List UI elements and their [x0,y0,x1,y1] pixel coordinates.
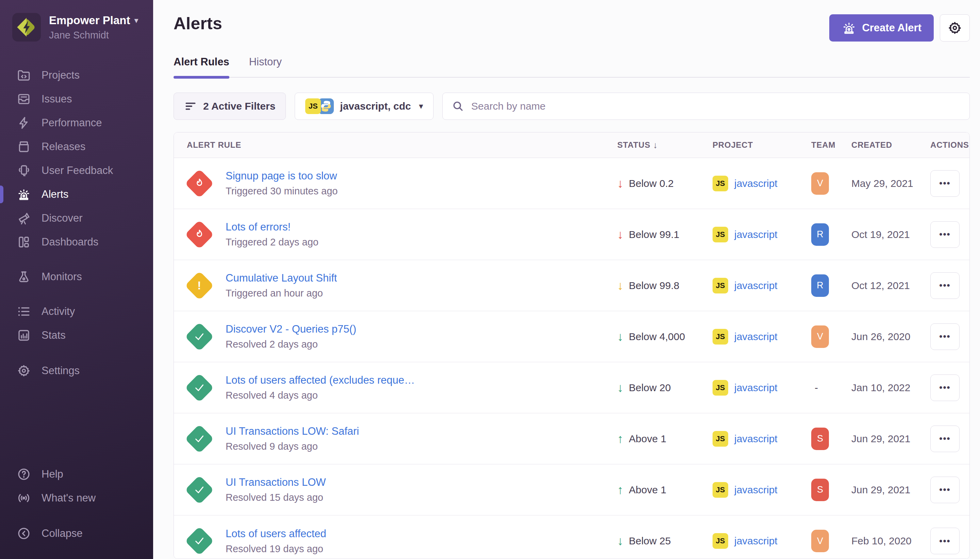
created-date: Oct 12, 2021 [851,280,931,291]
warning-exclamation-icon: ! [185,271,214,300]
sidebar-item-help[interactable]: Help [0,462,153,486]
created-date: Jun 29, 2021 [851,484,931,496]
project-filter-badges: JS [305,98,334,114]
tab-bar: Alert Rules History [173,56,970,78]
sidebar-item-activity[interactable]: Activity [0,299,153,323]
sidebar-item-whats-new[interactable]: What's new [0,486,153,510]
gear-icon [947,20,962,35]
table-header-row: Alert Rule Status ↓ Project Team Created… [174,132,970,158]
sidebar-collapse-button[interactable]: Collapse [0,521,153,546]
team-badge: V [811,326,829,348]
alert-rule-link[interactable]: Lots of users affected (excludes reque… [226,374,415,386]
sidebar-item-label: Alerts [41,188,68,200]
arrow-down-icon: ↓ [617,535,624,547]
chevron-down-icon: ▾ [419,102,423,111]
critical-fire-icon [185,169,214,198]
search-field[interactable] [442,93,970,120]
create-alert-button[interactable]: Create Alert [829,14,934,41]
sidebar-item-label: What's new [41,492,96,504]
sidebar-item-settings[interactable]: Settings [0,359,153,383]
alert-rule-subtitle: Resolved 2 days ago [226,339,356,350]
active-filters-button[interactable]: 2 Active Filters [173,93,286,120]
project-link[interactable]: javascript [734,331,777,342]
table-row: Lots of users affected (excludes reque… … [174,362,970,413]
arrow-down-icon: ↓ [617,331,624,343]
table-row: Signup page is too slow Triggered 30 min… [174,158,970,209]
project-link[interactable]: javascript [734,382,777,394]
activity-list-icon [16,304,31,319]
status-label: Below 4,000 [629,331,685,342]
sidebar-item-label: Collapse [41,528,82,539]
filter-bar: 2 Active Filters JS javascript, cdc ▾ [173,93,970,120]
row-actions-button[interactable]: ••• [931,323,960,350]
sidebar-item-discover[interactable]: Discover [0,206,153,230]
main-content: Alerts Create Alert Alert Rules History … [153,0,980,559]
alert-rules-table: Alert Rule Status ↓ Project Team Created… [173,132,970,559]
flask-icon [16,269,31,284]
project-filter-value: javascript, cdc [340,101,411,112]
project-link[interactable]: javascript [734,178,777,189]
sidebar-item-issues[interactable]: Issues [0,87,153,111]
archive-box-icon [16,139,31,154]
alert-settings-button[interactable] [940,14,970,41]
row-actions-button[interactable]: ••• [931,221,960,248]
alert-rule-link[interactable]: UI Transactions LOW [226,476,326,488]
row-actions-button[interactable]: ••• [931,528,960,554]
sidebar-item-dashboards[interactable]: Dashboards [0,230,153,254]
arrow-down-icon: ↓ [617,280,624,292]
gear-icon [16,363,31,378]
chevron-down-icon: ▾ [134,15,138,26]
resolved-check-icon [185,373,214,402]
project-link[interactable]: javascript [734,229,777,240]
org-switcher[interactable]: Empower Plant ▾ Jane Schmidt [0,0,153,41]
sidebar-item-stats[interactable]: Stats [0,323,153,347]
alert-rule-link[interactable]: Lots of errors! [226,221,318,233]
tab-history[interactable]: History [249,56,282,77]
sidebar-item-label: Activity [41,305,75,318]
sidebar-item-alerts[interactable]: Alerts [0,182,153,206]
sidebar-item-label: Issues [41,93,72,105]
project-link[interactable]: javascript [734,280,777,291]
sidebar-item-performance[interactable]: Performance [0,111,153,135]
project-link[interactable]: javascript [734,433,777,445]
created-date: Jan 10, 2022 [851,382,931,394]
alert-rule-link[interactable]: Cumulative Layout Shift [226,272,337,284]
sidebar-item-label: Performance [41,117,102,129]
sidebar-item-label: Monitors [41,271,82,283]
arrow-down-icon: ↓ [617,382,624,394]
row-actions-button[interactable]: ••• [931,170,960,197]
row-actions-button[interactable]: ••• [931,272,960,299]
team-badge: S [811,428,829,450]
tab-alert-rules[interactable]: Alert Rules [173,56,229,77]
row-actions-button[interactable]: ••• [931,425,960,452]
col-header-status[interactable]: Status ↓ [617,140,713,150]
alert-rule-subtitle: Triggered an hour ago [226,288,337,299]
org-logo [12,13,41,41]
arrow-up-icon: ↑ [617,484,624,496]
alert-rule-link[interactable]: Signup page is too slow [226,170,338,182]
page-title: Alerts [173,13,222,33]
row-actions-button[interactable]: ••• [931,476,960,503]
broadcast-icon [16,491,31,506]
col-header-created: Created [851,140,931,150]
alert-rule-link[interactable]: UI Transactions LOW: Safari [226,425,359,437]
sidebar-item-releases[interactable]: Releases [0,135,153,159]
table-row: Discover V2 - Queries p75() Resolved 2 d… [174,311,970,362]
alert-rule-link[interactable]: Lots of users affected [226,528,326,540]
sidebar-item-label: Settings [41,365,80,377]
row-actions-button[interactable]: ••• [931,374,960,401]
table-row: UI Transactions LOW: Safari Resolved 9 d… [174,413,970,464]
sidebar-item-projects[interactable]: Projects [0,63,153,87]
collapse-chevron-icon [16,526,31,541]
project-link[interactable]: javascript [734,484,777,496]
team-badge: R [811,275,829,297]
sidebar-item-user-feedback[interactable]: User Feedback [0,159,153,182]
resolved-check-icon [185,322,214,351]
alert-rule-link[interactable]: Discover V2 - Queries p75() [226,323,356,335]
project-filter-dropdown[interactable]: JS javascript, cdc ▾ [295,93,434,120]
search-input[interactable] [471,101,960,112]
create-alert-label: Create Alert [862,22,921,34]
sidebar-item-monitors[interactable]: Monitors [0,265,153,289]
telescope-icon [16,211,31,226]
project-link[interactable]: javascript [734,535,777,547]
